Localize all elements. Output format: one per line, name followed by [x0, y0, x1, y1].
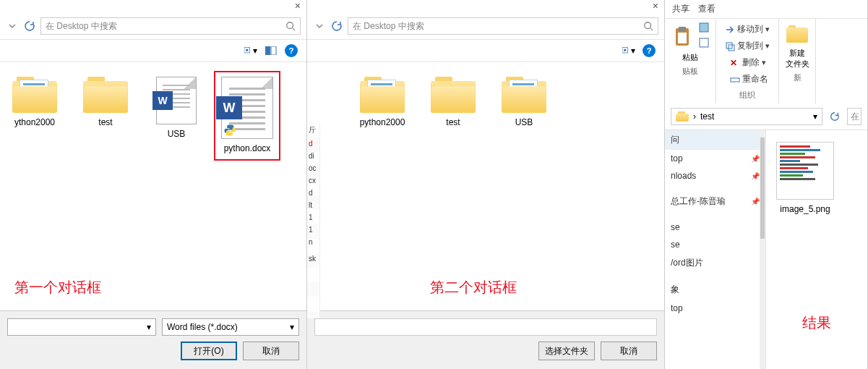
- svg-rect-4: [265, 46, 270, 55]
- python-icon: [223, 124, 236, 137]
- cancel-button[interactable]: 取消: [243, 342, 299, 360]
- dropdown-icon[interactable]: [313, 18, 326, 34]
- docx-icon: W: [221, 77, 273, 139]
- filename-combo[interactable]: ▾: [7, 318, 156, 336]
- sidebar-item[interactable]: se: [665, 236, 765, 253]
- file-item-selected[interactable]: W python.docx: [215, 72, 279, 159]
- folder-item[interactable]: test: [421, 72, 485, 133]
- caption-label: 第二个对话框: [430, 278, 517, 297]
- folder-path-input[interactable]: [314, 318, 657, 336]
- sidebar-item[interactable]: 总工作-陈晋瑜📌: [665, 192, 765, 211]
- dropdown-icon[interactable]: [6, 18, 19, 34]
- ribbon-tabs: 共享 查看: [665, 0, 867, 18]
- select-folder-button[interactable]: 选择文件夹: [538, 342, 595, 360]
- dialog-footer: ▾ Word files (*.docx)▾ 打开(O) 取消: [0, 310, 306, 369]
- new-folder-button[interactable]: [785, 22, 809, 46]
- search-placeholder: 在 Desktop 中搜索: [46, 20, 117, 33]
- refresh-icon[interactable]: [827, 109, 843, 124]
- svg-rect-14: [700, 38, 708, 47]
- refresh-icon[interactable]: [329, 18, 345, 34]
- search-input[interactable]: 在: [847, 108, 861, 125]
- folder-icon: [83, 77, 128, 113]
- svg-rect-5: [271, 46, 276, 55]
- caption-label: 第一个对话框: [14, 278, 101, 297]
- open-button[interactable]: 打开(O): [181, 342, 237, 360]
- folder-item[interactable]: ython2000: [3, 72, 66, 159]
- help-icon[interactable]: ?: [285, 44, 298, 57]
- filetype-combo[interactable]: Word files (*.docx)▾: [162, 318, 299, 336]
- svg-rect-16: [729, 45, 734, 51]
- result-label: 结果: [802, 313, 831, 333]
- clipboard-small-icon[interactable]: [698, 22, 710, 35]
- sidebar-item[interactable]: se: [665, 219, 765, 236]
- sidebar-item[interactable]: nloads📌: [665, 167, 765, 184]
- sidebar-item[interactable]: 问: [665, 130, 765, 150]
- preview-pane-icon[interactable]: [265, 44, 278, 57]
- svg-rect-17: [731, 78, 739, 82]
- file-item[interactable]: image_5.png: [773, 137, 837, 220]
- view-options-icon[interactable]: ▾: [622, 44, 635, 57]
- ribbon: 粘贴 贴板 移动到 ▾ 复制到 ▾ ✕删除 ▾ 重命名 组织 新建 文件夹 新: [665, 18, 867, 103]
- file-area: ython2000 test W USB W python.docx 第一个对话…: [0, 62, 306, 310]
- folder-item[interactable]: python2000: [351, 72, 414, 133]
- explorer-window: 共享 查看 粘贴 贴板 移动到 ▾ 复制到 ▾ ✕删除 ▾ 重命名: [665, 0, 868, 369]
- folder-icon: [431, 77, 476, 113]
- paste-icon[interactable]: [671, 24, 695, 48]
- sidebar-item[interactable]: /ord图片: [665, 253, 765, 273]
- toolbar: 在 Desktop 中搜索: [0, 13, 306, 40]
- delete-button[interactable]: ✕删除 ▾: [727, 55, 771, 70]
- scrollbar[interactable]: [760, 130, 765, 369]
- sidebar-item[interactable]: [665, 273, 765, 280]
- sidebar-item[interactable]: top📌: [665, 150, 765, 167]
- svg-point-6: [645, 22, 651, 29]
- pin-icon: 📌: [751, 198, 760, 205]
- svg-rect-13: [700, 23, 708, 32]
- cancel-button[interactable]: 取消: [601, 342, 657, 360]
- folder-icon: [502, 77, 546, 113]
- refresh-icon[interactable]: [22, 18, 38, 34]
- svg-point-0: [287, 22, 293, 29]
- folder-icon: [12, 77, 57, 113]
- file-item[interactable]: W USB: [145, 72, 208, 159]
- file-area: image_5.png 结果: [766, 130, 867, 369]
- sidebar-item[interactable]: top: [665, 300, 765, 317]
- image-thumbnail-icon: [776, 142, 834, 200]
- docx-icon: W: [156, 77, 197, 124]
- close-icon[interactable]: ×: [295, 0, 301, 12]
- address-bar[interactable]: › test ▾: [671, 108, 822, 125]
- dialog-2: × 在 Desktop 中搜索 ▾ ? 斤ddioccxdlt11nsk pyt…: [307, 0, 665, 369]
- sidebar-item[interactable]: 象: [665, 280, 765, 300]
- svg-rect-15: [726, 43, 732, 48]
- pin-icon: 📌: [751, 172, 760, 180]
- svg-rect-3: [246, 49, 248, 51]
- copy-to-button[interactable]: 复制到 ▾: [722, 38, 773, 54]
- help-icon[interactable]: ?: [643, 44, 656, 57]
- clipboard-small-icon[interactable]: [698, 37, 710, 51]
- view-options-icon[interactable]: ▾: [244, 44, 257, 57]
- sidebar-item[interactable]: [665, 211, 765, 219]
- svg-rect-11: [679, 27, 686, 31]
- folder-icon: [360, 77, 405, 113]
- svg-rect-12: [678, 33, 687, 43]
- search-input[interactable]: 在 Desktop 中搜索: [348, 17, 658, 35]
- close-icon[interactable]: ×: [653, 0, 658, 12]
- svg-rect-9: [624, 49, 626, 51]
- svg-line-7: [650, 28, 653, 31]
- svg-line-1: [293, 28, 296, 31]
- rename-button[interactable]: 重命名: [727, 72, 771, 87]
- folder-item[interactable]: USB: [492, 72, 556, 133]
- search-input[interactable]: 在 Desktop 中搜索: [40, 17, 301, 35]
- nav-sidebar: 问 top📌 nloads📌 总工作-陈晋瑜📌 se se /ord图片 象 t…: [665, 130, 766, 369]
- pin-icon: 📌: [751, 155, 760, 163]
- sidebar-item[interactable]: [665, 184, 765, 192]
- tab-view[interactable]: 查看: [698, 3, 716, 15]
- dialog-1: × 在 Desktop 中搜索 ▾ ? ython2000 test W USB…: [0, 0, 307, 369]
- move-to-button[interactable]: 移动到 ▾: [722, 22, 773, 37]
- tab-share[interactable]: 共享: [672, 3, 689, 15]
- folder-item[interactable]: test: [74, 72, 137, 159]
